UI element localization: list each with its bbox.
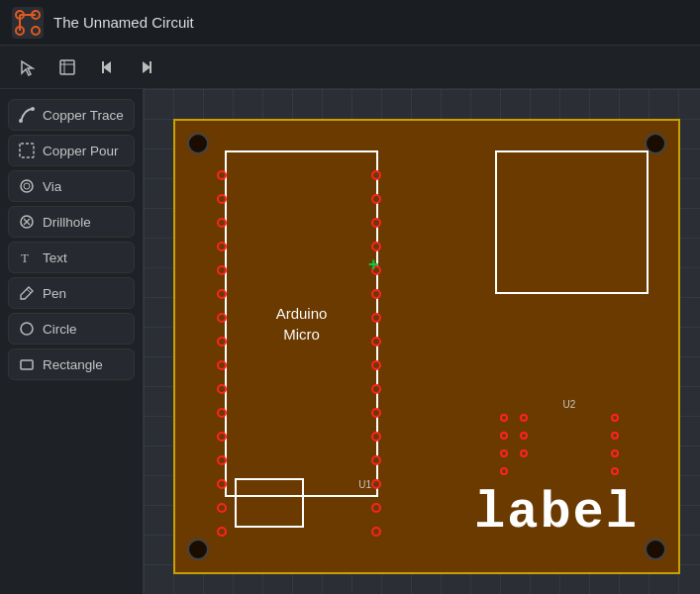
svg-rect-25 [21,360,33,369]
rectangle-label: Rectangle [43,357,103,372]
pad [217,455,227,465]
pad [371,194,381,204]
arduino-name: Arduino [276,303,328,324]
pad [217,384,227,394]
step-forward-button[interactable] [131,51,162,83]
svg-point-24 [21,323,33,335]
svg-marker-12 [143,61,150,73]
sidebar-item-text[interactable]: T Text [8,242,135,273]
drillhole-icon [19,214,35,230]
u2-component: U2 [490,394,649,493]
pad [371,503,381,513]
pad [371,455,381,465]
arduino-subname: Micro [276,324,328,345]
pad [371,432,381,442]
u2-pad-row-3 [611,414,619,475]
pad [371,360,381,370]
pad [217,527,227,537]
pad [217,432,227,442]
circle-label: Circle [43,322,77,337]
svg-point-17 [21,180,33,192]
pad [520,432,528,440]
u2-pad-row-left [500,414,508,475]
sidebar-item-copper-trace[interactable]: Copper Trace [8,99,135,131]
svg-point-15 [31,107,35,111]
drillhole-label: Drillhole [43,215,91,230]
pad [500,467,508,475]
pad [217,242,227,251]
pad [217,503,227,513]
copper-pour-icon [19,143,35,158]
pad [217,194,227,204]
copper-trace-icon [19,107,35,123]
pad [500,414,508,422]
pad-row-left [217,170,227,537]
arduino-label: Arduino Micro [276,303,328,345]
sidebar-item-via[interactable]: Via [8,170,135,202]
pad [611,467,619,475]
u2-pad-row-2 [520,414,528,457]
pen-icon [19,285,35,301]
pad [520,449,528,457]
svg-marker-10 [103,61,111,73]
sidebar-item-drillhole[interactable]: Drillhole [8,206,135,238]
app-title: The Unnamed Circuit [53,14,194,31]
pad [611,449,619,457]
sidebar-item-circle[interactable]: Circle [8,313,135,345]
canvas-area[interactable]: + Arduino Micro U1 [144,89,700,594]
pad [371,479,381,489]
component-box-top-right [495,150,649,294]
rectangle-icon [19,356,35,372]
pad [217,289,227,299]
circle-icon [19,321,35,337]
sidebar-item-pen[interactable]: Pen [8,277,135,309]
toolbar [0,46,700,89]
pad [520,414,528,422]
via-icon [19,178,35,194]
main-area: Copper Trace Copper Pour Via Drillhole [0,89,700,594]
cursor-indicator: + [368,254,379,275]
pad [371,313,381,323]
pad [371,289,381,299]
pad [217,265,227,275]
pad-row-right [371,170,381,537]
u2-ref-label: U2 [563,399,576,410]
app-logo [12,7,44,39]
pad [217,408,227,418]
select-tool-button[interactable] [12,51,44,83]
mounting-hole-tl [187,133,209,154]
pad [217,218,227,228]
copper-pour-label: Copper Pour [43,144,119,158]
board-label-text: label [474,484,639,543]
sidebar: Copper Trace Copper Pour Via Drillhole [0,89,144,594]
pad [371,337,381,346]
pad [371,408,381,418]
title-bar: The Unnamed Circuit [0,0,700,46]
pad [611,414,619,422]
mounting-hole-br [645,539,666,560]
pen-label: Pen [43,286,66,301]
pad [217,360,227,370]
u1-ref-label: U1 [358,479,371,490]
pad [500,449,508,457]
sidebar-item-copper-pour[interactable]: Copper Pour [8,135,135,166]
frame-tool-button[interactable] [51,51,83,83]
pad [500,432,508,440]
pad [371,384,381,394]
pad [371,170,381,180]
text-icon: T [19,249,35,265]
svg-point-14 [19,119,23,123]
pcb-board: + Arduino Micro U1 [173,119,680,574]
svg-rect-16 [20,144,34,157]
sidebar-item-rectangle[interactable]: Rectangle [8,348,135,380]
pad [371,242,381,251]
pad [371,218,381,228]
pad [611,432,619,440]
mounting-hole-bl [187,539,209,560]
arduino-micro-component: Arduino Micro U1 [225,150,378,497]
via-label: Via [43,179,61,194]
step-back-button[interactable] [91,51,123,83]
component-box-bottom-left [235,478,304,528]
pad [217,337,227,346]
svg-line-23 [27,289,31,293]
